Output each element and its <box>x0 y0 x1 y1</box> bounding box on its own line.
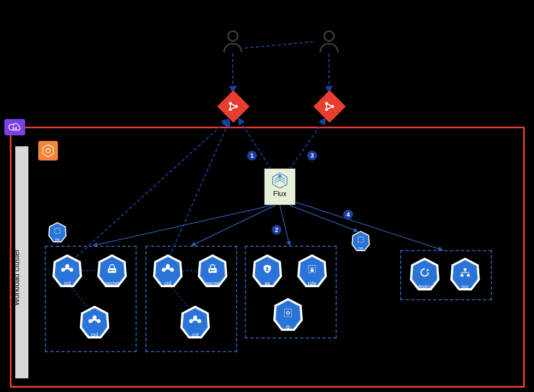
svg-point-2 <box>228 31 238 41</box>
step-1-badge: 1 <box>247 151 257 161</box>
svg-point-19 <box>109 270 111 271</box>
flux-box: Flux <box>264 168 296 205</box>
svg-point-1 <box>46 149 50 153</box>
svg-rect-36 <box>464 269 467 271</box>
svg-point-24 <box>210 270 212 271</box>
step-3-badge: 3 <box>307 151 317 161</box>
git-repo-right-icon <box>313 90 345 122</box>
svg-rect-37 <box>461 274 463 276</box>
flux-label: Flux <box>265 189 295 198</box>
g2-crd1-hex: crd <box>153 254 183 288</box>
git-repo-left-icon <box>217 90 249 122</box>
ns-hex-right: ns <box>351 230 370 252</box>
step-2-badge: 2 <box>272 225 281 235</box>
svg-rect-30 <box>311 269 314 272</box>
cloud-icon <box>7 121 22 133</box>
g2-crd2-hex: crd <box>180 306 210 340</box>
svg-rect-13 <box>55 228 60 234</box>
g4-deploy-hex: deploy <box>410 258 439 292</box>
eks-badge <box>38 141 58 161</box>
g3-role-hex: role <box>297 254 327 288</box>
g1-secret-hex: secret <box>97 254 127 288</box>
cloud-provider-badge <box>4 119 25 135</box>
flux-icon <box>272 172 288 188</box>
svg-rect-32 <box>284 309 291 316</box>
svg-marker-11 <box>278 174 282 179</box>
eks-hex-icon <box>41 144 55 158</box>
workload-cluster-label: Workload cluster <box>12 249 21 306</box>
svg-marker-34 <box>426 269 429 271</box>
g3-sa-hex: sa <box>253 254 282 288</box>
svg-marker-0 <box>43 145 54 157</box>
ns-hex-left: ns <box>48 222 67 243</box>
g1-crd2-hex: crd <box>80 306 109 340</box>
svg-point-3 <box>324 31 334 41</box>
step-4-badge: 4 <box>343 210 353 219</box>
svg-point-27 <box>266 267 268 269</box>
user-right-icon <box>317 28 341 52</box>
g4-svc-hex: svc <box>450 258 480 292</box>
svg-rect-38 <box>467 274 470 276</box>
g2-secret-hex: secret <box>198 254 227 288</box>
user-left-icon <box>221 28 245 52</box>
g1-crd1-hex: crd <box>52 254 82 288</box>
svg-rect-15 <box>358 237 363 242</box>
g3-rb-hex: rb <box>273 298 303 332</box>
